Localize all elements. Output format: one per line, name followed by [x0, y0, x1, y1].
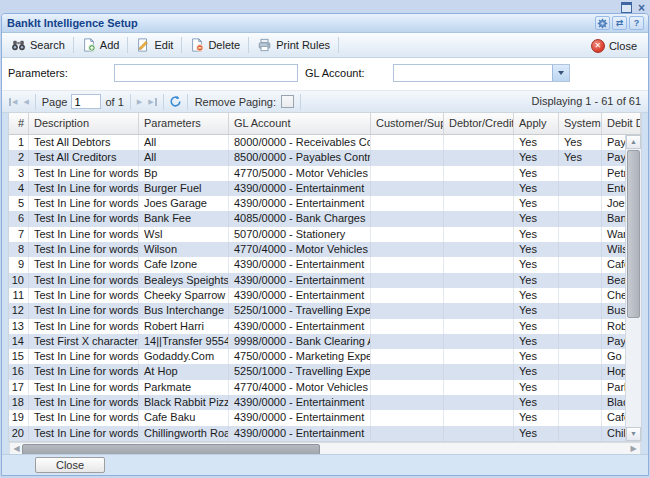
table-cell [444, 211, 514, 226]
table-cell: 15 [9, 349, 29, 364]
table-row[interactable]: 9Test In Line for words or ...Cafe Izone… [9, 257, 625, 272]
footer-close-button[interactable]: Close [35, 457, 105, 473]
edit-button[interactable]: Edit [131, 36, 178, 54]
add-label: Add [100, 39, 120, 51]
parameters-input[interactable] [114, 64, 298, 82]
combo-trigger-button[interactable] [552, 65, 569, 81]
print-rules-button[interactable]: Print Rules [252, 36, 335, 54]
table-row[interactable]: 20Test In Line for words or ...Chillingw… [9, 426, 625, 441]
remove-paging-checkbox[interactable] [281, 95, 294, 108]
titlebar[interactable]: BankIt Intelligence Setup ⇄ ? [2, 14, 648, 33]
chevron-down-icon [558, 71, 564, 75]
table-cell [559, 227, 602, 242]
table-cell [559, 242, 602, 257]
page-number-input[interactable] [71, 94, 101, 109]
vertical-scroll-thumb[interactable] [627, 150, 640, 318]
table-cell: Robert [602, 319, 625, 334]
column-header[interactable]: Debit Des [602, 113, 641, 134]
table-cell: Bank Fee [139, 211, 229, 226]
table-cell: Yes [514, 395, 559, 410]
grid-header: #DescriptionParametersGL AccountCustomer… [9, 113, 641, 135]
sync-icon[interactable]: ⇄ [612, 16, 627, 30]
help-icon[interactable]: ? [629, 16, 644, 30]
column-header[interactable]: Apply [514, 113, 559, 134]
table-cell [371, 426, 444, 441]
table-cell: 5250/1000 - Travelling Expense - L... [229, 303, 371, 318]
close-button[interactable]: ✕ Close [586, 37, 642, 55]
gear-icon[interactable] [595, 16, 610, 30]
table-row[interactable]: 11Test In Line for words or ...Cheeky Sp… [9, 288, 625, 303]
scroll-up-icon[interactable]: ▲ [626, 135, 641, 149]
vertical-scrollbar[interactable]: ▲ ▼ [625, 135, 641, 441]
table-cell [371, 349, 444, 364]
maximize-icon[interactable] [621, 2, 632, 13]
table-cell [444, 135, 514, 150]
table-row[interactable]: 13Test In Line for words or ...Robert Ha… [9, 319, 625, 334]
first-page-button[interactable]: ◀ [6, 97, 20, 107]
column-header[interactable]: GL Account [229, 113, 371, 134]
table-cell: Yes [514, 242, 559, 257]
table-cell: Yes [514, 227, 559, 242]
table-cell: 4390/0000 - Entertainment [229, 196, 371, 211]
refresh-icon[interactable] [167, 95, 184, 108]
column-header[interactable]: # [9, 113, 29, 134]
table-row[interactable]: 5Test In Line for words or ...Joes Garag… [9, 196, 625, 211]
table-row[interactable]: 10Test In Line for words or ...Bealeys S… [9, 273, 625, 288]
search-button[interactable]: Search [6, 36, 70, 54]
paging-separator [300, 94, 301, 110]
table-cell [371, 273, 444, 288]
delete-label: Delete [208, 39, 240, 51]
column-header[interactable]: Parameters [139, 113, 229, 134]
add-button[interactable]: Add [77, 36, 125, 54]
close-icon[interactable]: × [638, 3, 645, 13]
table-cell: Yes [514, 211, 559, 226]
table-cell [371, 364, 444, 379]
table-cell [444, 196, 514, 211]
table-cell [444, 364, 514, 379]
horizontal-scroll-thumb[interactable] [22, 444, 320, 455]
table-cell: Joes G [602, 196, 625, 211]
delete-button[interactable]: Delete [185, 36, 245, 54]
gl-account-combo[interactable] [393, 64, 570, 82]
table-row[interactable]: 7Test In Line for words or ...Wsl5070/00… [9, 227, 625, 242]
table-row[interactable]: 15Test In Line for words or ...Godaddy.C… [9, 349, 625, 364]
column-header[interactable]: Customer/Supplier [371, 113, 444, 134]
table-row[interactable]: 17Test In Line for words or ...Parkmate4… [9, 380, 625, 395]
table-cell: Test All Debtors [29, 135, 139, 150]
table-cell: Test In Line for words or ... [29, 211, 139, 226]
table-cell: Yes [514, 364, 559, 379]
table-cell: Wareho [602, 227, 625, 242]
column-header[interactable]: Debtor/Creditor Na [444, 113, 514, 134]
scroll-down-icon[interactable]: ▼ [626, 427, 641, 441]
table-row[interactable]: 14Test First X characters an...14||Trans… [9, 334, 625, 349]
table-cell: Cafe B [602, 410, 625, 425]
table-row[interactable]: 2Test All CreditorsAll8500/0000 - Payabl… [9, 150, 625, 165]
table-cell [444, 273, 514, 288]
table-row[interactable]: 16Test In Line for words or ...At Hop525… [9, 364, 625, 379]
table-row[interactable]: 3Test In Line for words or ...Bp4770/500… [9, 166, 625, 181]
prev-page-button[interactable]: ◀ [20, 97, 31, 107]
last-page-button[interactable]: ▶ [145, 97, 159, 107]
table-cell: Yes [514, 150, 559, 165]
table-cell: Bank F [602, 211, 625, 226]
table-row[interactable]: 12Test In Line for words or ...Bus Inter… [9, 303, 625, 318]
page-delete-icon [190, 38, 204, 52]
table-row[interactable]: 19Test In Line for words or ...Cafe Baku… [9, 410, 625, 425]
table-row[interactable]: 18Test In Line for words or ...Black Rab… [9, 395, 625, 410]
table-cell: Test In Line for words or ... [29, 395, 139, 410]
column-header[interactable]: System Ru [559, 113, 602, 134]
table-cell: 4390/0000 - Entertainment [229, 257, 371, 272]
table-cell: Yes [514, 135, 559, 150]
table-row[interactable]: 8Test In Line for words or ...Wilson4770… [9, 242, 625, 257]
filter-panel: Parameters: GL Account: [2, 58, 648, 91]
table-cell: 14||Transfer 9554- [139, 334, 229, 349]
column-header[interactable]: Description [29, 113, 139, 134]
table-row[interactable]: 1Test All DebtorsAll8000/0000 - Receivab… [9, 135, 625, 150]
table-row[interactable]: 6Test In Line for words or ...Bank Fee40… [9, 211, 625, 226]
table-cell: Chilling [602, 426, 625, 441]
next-page-button[interactable]: ▶ [134, 97, 145, 107]
bankit-intelligence-setup-window: BankIt Intelligence Setup ⇄ ? [1, 13, 649, 476]
table-cell: Test In Line for words or ... [29, 288, 139, 303]
table-row[interactable]: 4Test In Line for words or ...Burger Fue… [9, 181, 625, 196]
table-cell: 5 [9, 196, 29, 211]
